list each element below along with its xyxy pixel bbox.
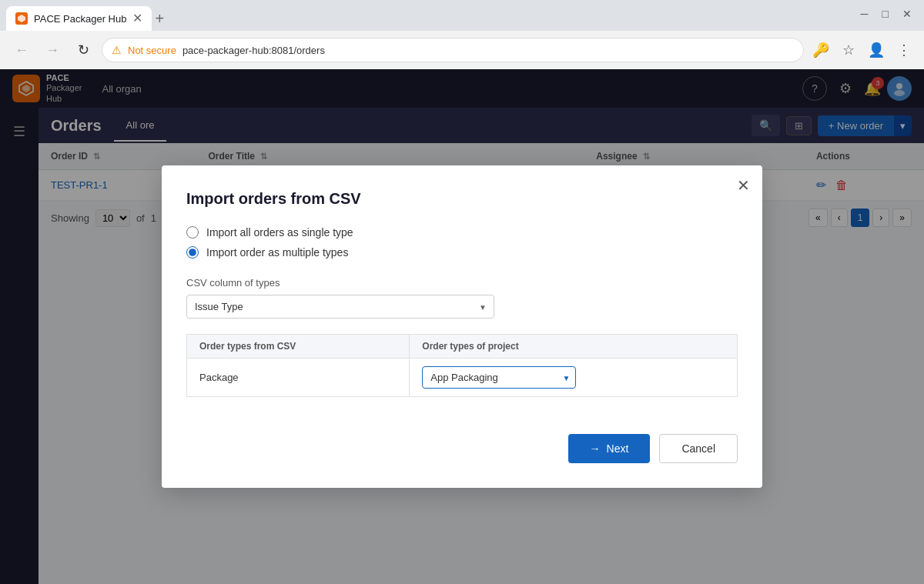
browser-menu-icon[interactable]: ⋮ [893,39,915,61]
modal-close-button[interactable]: ✕ [737,178,750,193]
svg-marker-0 [18,15,25,22]
import-type-radio-group: Import all orders as single type Import … [186,226,738,259]
window-maximize-button[interactable]: □ [876,6,895,22]
next-button-label: Next [607,442,629,455]
browser-profile-icon[interactable]: 👤 [865,39,887,61]
types-col-csv: Order types from CSV [187,335,410,359]
radio-multiple-label: Import order as multiple types [206,246,348,259]
new-tab-button[interactable]: + [155,10,164,28]
modal-overlay: ✕ Import orders from CSV Import all orde… [0,69,924,584]
project-type-cell: App Packaging Standard Packaging Repacka… [410,359,738,397]
next-arrow-icon: → [590,442,601,455]
security-warning-icon: ⚠ [112,44,122,56]
tab-close-icon[interactable]: ✕ [132,12,142,25]
next-button[interactable]: → Next [568,434,651,463]
tab-title: PACE Packager Hub [34,13,126,25]
address-text: pace-packager-hub:8081/orders [182,45,794,56]
browser-tab[interactable]: PACE Packager Hub ✕ [6,6,152,31]
import-csv-modal: ✕ Import orders from CSV Import all orde… [162,165,762,488]
project-type-select-wrapper: App Packaging Standard Packaging Repacka… [422,366,576,389]
radio-multiple-input[interactable] [186,246,199,259]
types-mapping-table: Order types from CSV Order types of proj… [186,334,738,397]
tab-favicon [15,12,28,25]
browser-key-icon[interactable]: 🔑 [810,39,832,61]
project-type-select[interactable]: App Packaging Standard Packaging Repacka… [422,366,576,389]
csv-column-label: CSV column of types [186,277,738,289]
radio-single-label: Import all orders as single type [206,226,353,239]
csv-column-section: CSV column of types Issue Type Order Typ… [186,277,738,319]
modal-footer: → Next Cancel [186,422,738,463]
window-minimize-button[interactable]: ─ [855,6,875,22]
window-close-button[interactable]: ✕ [896,6,918,22]
security-warning-text: Not secure [128,45,176,56]
types-table-row: Package App Packaging Standard Packaging… [187,359,738,397]
radio-single-input[interactable] [186,226,199,239]
radio-single-type[interactable]: Import all orders as single type [186,226,738,239]
browser-forward-button[interactable]: → [40,38,65,62]
cancel-button[interactable]: Cancel [659,434,738,463]
csv-column-select[interactable]: Issue Type Order Type Category [186,295,494,319]
browser-back-button[interactable]: ← [9,38,34,62]
modal-title: Import orders from CSV [186,190,738,208]
browser-reload-button[interactable]: ↻ [71,38,95,62]
types-col-project: Order types of project [410,335,738,359]
radio-multiple-types[interactable]: Import order as multiple types [186,246,738,259]
browser-bookmark-icon[interactable]: ☆ [838,39,859,61]
csv-column-select-wrapper: Issue Type Order Type Category [186,295,494,319]
address-bar[interactable]: ⚠ Not secure pace-packager-hub:8081/orde… [102,38,804,62]
csv-type-cell: Package [187,359,410,397]
